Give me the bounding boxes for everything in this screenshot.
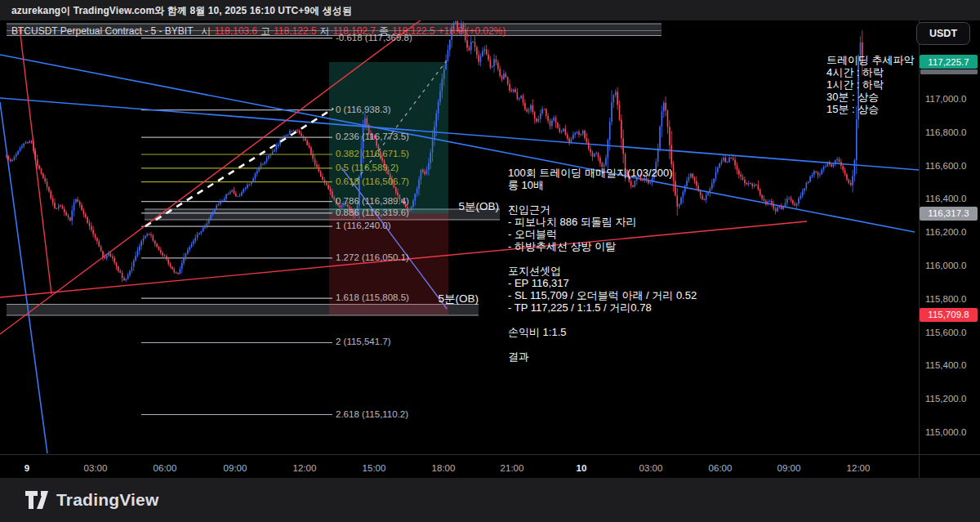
journal-note-line: - 하방추세선 상방 이탈 — [508, 240, 697, 252]
ohlc-value: 118,122.5 — [392, 25, 435, 37]
ohlc-value: 118,122.5 — [274, 25, 317, 37]
price-tick-115,000.0: 115,000.0 — [925, 427, 966, 437]
journal-note-line — [508, 314, 697, 326]
journal-note-line: 진입근거 — [508, 203, 697, 216]
hidden-price-label — [920, 69, 978, 74]
time-tick-18:00[interactable]: 18:00 — [432, 463, 456, 473]
price-tick-115,800.0: 115,800.0 — [925, 294, 966, 304]
time-tick-12:00[interactable]: 12:00 — [293, 463, 317, 473]
price-axis-border — [919, 20, 920, 478]
fib-label-0.786: 0.786 (116,389.4) — [336, 196, 409, 206]
journal-note-line: 롱 10배 — [508, 179, 697, 191]
ohlc-value: 종 — [379, 25, 389, 37]
fib-label-0.236: 0.236 (116,773.5) — [336, 132, 409, 141]
price-tick-115,400.0: 115,400.0 — [925, 360, 966, 370]
trend-note: 트레이딩 추세파악4시간 : 하락1시간 : 하락30분 : 상승15분 : 상… — [826, 54, 915, 115]
price-tick-116,200.0: 116,200.0 — [925, 227, 966, 237]
time-tick-03:00[interactable]: 03:00 — [639, 463, 663, 473]
time-tick-21:00[interactable]: 21:00 — [501, 463, 524, 473]
fib-label-2: 2 (115,541.7) — [336, 337, 391, 346]
time-tick-9[interactable]: 9 — [24, 463, 29, 473]
fib-label-1.272: 1.272 (116,050.1) — [336, 252, 409, 262]
tradingview-screenshot: azurekang이 TradingView.com와 함께 8월 10, 20… — [0, 0, 980, 522]
journal-note-line — [508, 191, 697, 203]
journal-note-line: - 오더블럭 — [508, 228, 697, 240]
journal-note-line — [508, 338, 697, 350]
attribution-bar: azurekang이 TradingView.com와 함께 8월 10, 20… — [0, 0, 980, 20]
price-tick-116,600.0: 116,600.0 — [925, 161, 966, 171]
fib-label-1: 1 (116,240.0) — [336, 221, 391, 230]
attribution-text: azurekang이 TradingView.com와 함께 8월 10, 20… — [11, 4, 352, 18]
time-tick-12:00[interactable]: 12:00 — [847, 463, 871, 473]
ohlc-value: 저 — [320, 25, 330, 37]
price-tick-115,600.0: 115,600.0 — [925, 328, 966, 337]
trend-note-line: 30분 : 상승 — [826, 91, 915, 103]
fib-label-0.5: 0.5 (116,589.2) — [336, 163, 399, 172]
journal-note-line: - 피보나치 886 되돌림 자리 — [508, 216, 697, 228]
ohlc-value: 118,103.6 — [215, 25, 258, 37]
price-tick-116,800.0: 116,800.0 — [925, 127, 966, 137]
currency-toggle-button[interactable]: USDT — [916, 22, 970, 45]
fib-label-0.886: 0.886 (116,319.6) — [336, 207, 409, 217]
currency-toggle-label: USDT — [929, 28, 957, 39]
journal-note-line: - SL 115,709 / 오더블럭 아래 / 거리 0.52 — [508, 289, 697, 301]
trend-note-line: 트레이딩 추세파악 — [826, 54, 915, 66]
journal-note-line: - EP 116,317 — [508, 277, 697, 289]
journal-note-line: 결과 — [508, 350, 697, 363]
journal-note-line — [508, 252, 697, 265]
trend-note-line: 15분 : 상승 — [826, 103, 915, 115]
tradingview-logo-icon — [24, 489, 49, 511]
tradingview-logo[interactable]: TradingView — [24, 489, 159, 511]
time-axis-separator — [0, 454, 980, 455]
trend-line-2[interactable] — [0, 102, 47, 453]
order-block-midline — [7, 30, 662, 31]
journal-note-line: 포지션셋업 — [508, 265, 697, 277]
ohlc-value: 118,102.7 — [333, 25, 376, 37]
order-block-label: 5분(OB) — [438, 292, 479, 306]
ohlc-value: 고 — [261, 25, 270, 37]
time-tick-06:00[interactable]: 06:00 — [709, 463, 733, 473]
fib-label-1.618: 1.618 (115,808.5) — [336, 292, 409, 302]
order-block-label: 5분(OB) — [458, 199, 499, 214]
trend-line-1[interactable] — [0, 98, 919, 170]
time-tick-10[interactable]: 10 — [577, 463, 587, 473]
trend-note-line: 4시간 : 하락 — [826, 66, 915, 78]
fib-label-0.382: 0.382 (116,671.5) — [336, 149, 409, 158]
price-label-stop-loss: 115,709.8 — [920, 308, 978, 322]
journal-note-line: 손익비 1:1.5 — [508, 326, 697, 338]
time-tick-03:00[interactable]: 03:00 — [84, 463, 108, 473]
journal-note-line: 100회 트레이딩 매매일지(103/200) — [508, 167, 697, 179]
time-tick-09:00[interactable]: 09:00 — [777, 463, 801, 473]
ohlc-value: 시 — [202, 25, 212, 37]
trade-journal-note: 100회 트레이딩 매매일지(103/200)롱 10배진입근거- 피보나치 8… — [508, 167, 697, 363]
fib-label-0.618: 0.618 (116,506.7) — [336, 176, 409, 186]
fib-label-0: 0 (116,938.3) — [336, 105, 391, 114]
symbol-title: BTCUSDT Perpetual Contract - 5 - BYBIT — [11, 25, 194, 37]
time-tick-15:00[interactable]: 15:00 — [363, 463, 386, 473]
price-label-take-profit: 117,225.7 — [920, 55, 978, 69]
ohlc-value: +18.9 (+0.02%) — [439, 25, 506, 37]
fib-label-2.618: 2.618 (115,110.2) — [336, 409, 408, 419]
tradingview-logo-text: TradingView — [56, 490, 159, 510]
time-tick-06:00[interactable]: 06:00 — [154, 463, 177, 473]
journal-note-line: - TP 117,225 / 1:1.5 / 거리0.78 — [508, 301, 697, 314]
time-tick-09:00[interactable]: 09:00 — [224, 463, 247, 473]
dashed-trend-line-0[interactable] — [145, 109, 333, 226]
price-tick-116,400.0: 116,400.0 — [925, 194, 966, 203]
price-tick-117,000.0: 117,000.0 — [925, 94, 966, 104]
trend-note-line: 1시간 : 하락 — [826, 78, 915, 91]
price-label-entry: 116,317.3 — [920, 207, 978, 221]
price-tick-116,000.0: 116,000.0 — [925, 261, 966, 270]
price-tick-115,200.0: 115,200.0 — [925, 394, 966, 404]
